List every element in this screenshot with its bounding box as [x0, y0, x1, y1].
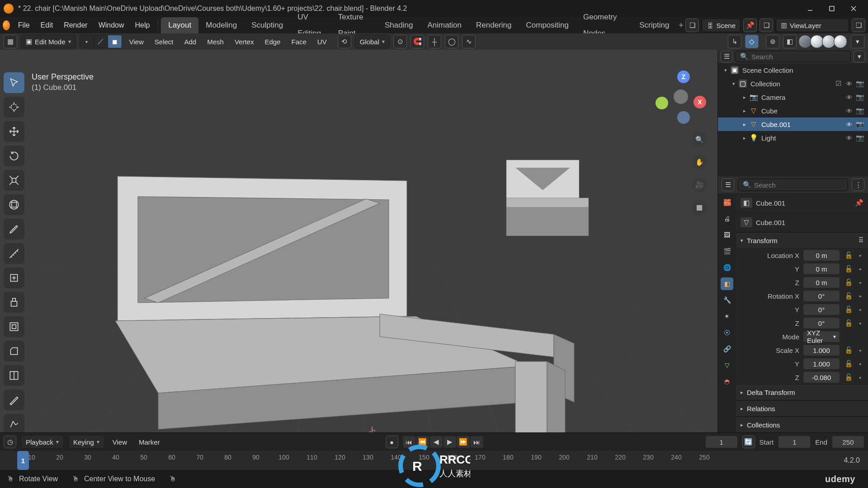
scale-x-field[interactable]: 1.000 [803, 344, 840, 356]
props-options-icon[interactable]: ⋮ [852, 178, 864, 191]
proptab-modifiers[interactable]: 🔧 [721, 294, 733, 306]
scale-y-field[interactable]: 1.000 [803, 358, 840, 370]
proportional-falloff-icon[interactable]: ∿ [462, 35, 476, 48]
menu-view3d-face[interactable]: Face [288, 38, 310, 46]
panel-menu-icon[interactable]: ⠿ [859, 236, 863, 244]
tool-cursor[interactable] [4, 97, 24, 117]
minimize-button[interactable] [799, 0, 821, 17]
end-frame-field[interactable]: 250 [832, 436, 864, 448]
tool-rotate[interactable] [4, 145, 24, 166]
render-icon[interactable]: 📷 [854, 80, 865, 88]
autokey-icon[interactable]: ● [386, 436, 398, 448]
rotation-y-field[interactable]: 0° [803, 304, 840, 315]
proptab-world[interactable]: 🌐 [721, 261, 733, 274]
outliner-item-cube001[interactable]: ▸▽Cube.001👁📷 [718, 117, 868, 131]
panel-delta[interactable]: Delta Transform [747, 389, 795, 396]
editor-type-icon[interactable]: ▦ [4, 35, 17, 48]
shading-dropdown-icon[interactable]: ▾ [851, 35, 864, 48]
close-button[interactable] [843, 0, 864, 17]
maximize-button[interactable] [821, 0, 843, 17]
location-z-field[interactable]: 0 m [803, 277, 840, 288]
face-select-icon[interactable]: ◼ [108, 35, 122, 48]
shading-modes[interactable] [800, 35, 847, 48]
menu-view3d-view[interactable]: View [126, 38, 147, 46]
menu-edit[interactable]: Edit [35, 17, 59, 33]
tab-scripting[interactable]: Scripting [632, 17, 676, 33]
location-y-field[interactable]: 0 m [803, 263, 840, 275]
pivot-icon[interactable]: ⊙ [393, 35, 407, 48]
panel-collections[interactable]: Collections [747, 421, 780, 429]
proptab-scene[interactable]: 🎬 [721, 245, 733, 258]
nav-gizmo-x[interactable]: X [693, 96, 706, 108]
scene-pin-icon[interactable]: 📌 [743, 19, 757, 32]
tool-scale[interactable] [4, 170, 24, 191]
viewlayer-new-icon[interactable]: ❏ [852, 19, 865, 32]
location-x-field[interactable]: 0 m [803, 249, 840, 261]
nav-gizmo-neg-z[interactable] [677, 111, 690, 124]
tool-select[interactable] [4, 72, 24, 93]
rotation-mode-dropdown[interactable]: XYZ Euler▾ [803, 331, 840, 343]
tool-knife[interactable] [4, 389, 24, 410]
outliner-item-cube[interactable]: ▸▽Cube👁📷 [718, 104, 868, 117]
nav-gizmo-z[interactable]: Z [677, 70, 690, 83]
blender-icon[interactable] [3, 20, 10, 30]
timeline-type-icon[interactable]: ◷ [4, 436, 16, 448]
timeline-marker-menu[interactable]: Marker [135, 438, 164, 446]
vertex-select-icon[interactable]: ▪ [80, 35, 94, 48]
menu-view3d-vertex[interactable]: Vertex [231, 38, 258, 46]
proptab-viewlayer[interactable]: 🖼 [721, 229, 733, 241]
outliner-panel[interactable]: ☰ 🔍Search ▾ ▾▣Scene Collection ▾▢Collect… [717, 50, 868, 176]
proptab-render[interactable]: 🧱 [721, 196, 733, 209]
keying-menu[interactable]: Keying▾ [68, 435, 104, 449]
playhead[interactable]: 1 [17, 451, 29, 470]
proptab-output[interactable]: 🖨 [721, 212, 733, 225]
tool-polybuild[interactable] [4, 414, 24, 433]
snap-target-icon[interactable]: ┼ [428, 35, 441, 48]
lock-icon[interactable]: 🔓 [844, 251, 854, 259]
perspective-toggle-icon[interactable]: ▦ [692, 200, 707, 215]
rotation-x-field[interactable]: 0° [803, 290, 840, 302]
rotation-z-field[interactable]: 0° [803, 317, 840, 329]
rendered-shading-icon[interactable] [834, 35, 847, 48]
pan-icon[interactable]: ✋ [692, 155, 707, 170]
nav-gizmo-y[interactable] [656, 97, 668, 109]
tool-addcube[interactable] [4, 267, 24, 288]
proportional-icon[interactable]: ◯ [445, 35, 458, 48]
nav-gizmo[interactable]: Z X [654, 70, 708, 124]
props-type-icon[interactable]: ☰ [722, 178, 734, 191]
tool-transform[interactable] [4, 194, 24, 215]
visibility-icon[interactable]: 👁 [844, 80, 854, 88]
xray-icon[interactable]: ◧ [783, 35, 797, 48]
tool-inset[interactable] [4, 316, 24, 337]
properties-panel[interactable]: ☰ 🔍Search ⋮ 🧱 🖨 🖼 🎬 🌐 ◧ 🔧 ✴ ⦿ 🔗 ▽ ◓ ◧Cub… [717, 176, 868, 433]
timeline-view-menu[interactable]: View [109, 438, 131, 446]
overlay-icon[interactable]: ⊚ [766, 35, 779, 48]
zoom-icon[interactable]: 🔍 [692, 132, 707, 147]
tab-sculpting[interactable]: Sculpting [244, 17, 290, 33]
proptab-particles[interactable]: ✴ [721, 310, 733, 323]
proptab-material[interactable]: ◓ [721, 375, 733, 388]
scale-z-field[interactable]: -0.080 [803, 371, 840, 383]
scene-browse-icon[interactable]: ❑ [685, 19, 699, 32]
tab-animation[interactable]: Animation [420, 17, 469, 33]
viewlayer-browse-icon[interactable]: ❑ [760, 19, 773, 32]
menu-render[interactable]: Render [58, 17, 93, 33]
tool-measure[interactable] [4, 243, 24, 264]
orientation-dropdown[interactable]: Global▾ [355, 35, 390, 48]
proptab-physics[interactable]: ⦿ [721, 326, 733, 339]
menu-view3d-edge[interactable]: Edge [261, 38, 284, 46]
tool-bevel[interactable] [4, 341, 24, 361]
tool-annotate[interactable] [4, 219, 24, 239]
panel-relations[interactable]: Relations [747, 405, 775, 413]
edge-select-icon[interactable]: ／ [94, 35, 108, 48]
panel-transform[interactable]: Transform [747, 237, 778, 244]
props-search[interactable]: 🔍Search [738, 178, 848, 191]
jump-end-icon[interactable]: ⏭ [471, 436, 483, 448]
outliner-type-icon[interactable]: ☰ [721, 51, 732, 62]
add-workspace-button[interactable]: + [676, 17, 685, 33]
tool-move[interactable] [4, 121, 24, 142]
tool-extrude[interactable] [4, 292, 24, 313]
snap-icon[interactable]: 🧲 [410, 35, 424, 48]
outliner-item-camera[interactable]: ▸📷Camera👁📷 [718, 90, 868, 104]
scene-field[interactable]: 🎛Scene [702, 19, 741, 32]
